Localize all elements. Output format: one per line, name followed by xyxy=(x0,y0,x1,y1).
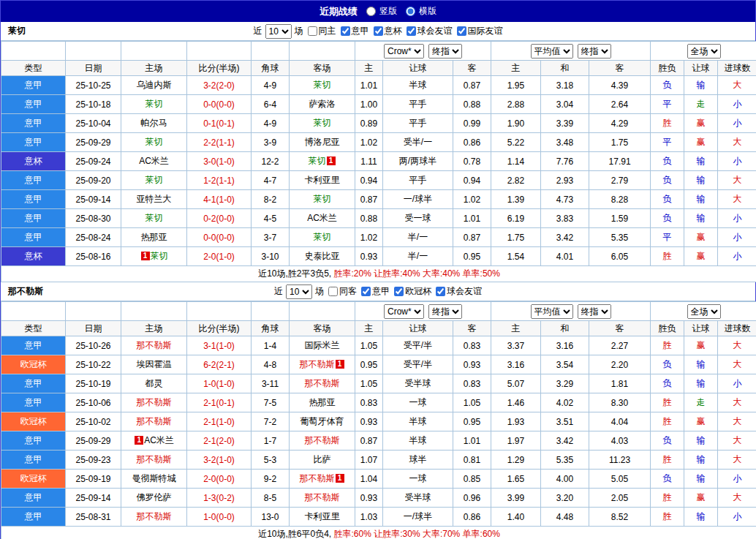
filter-checkbox-意甲[interactable]: 意甲 xyxy=(341,25,369,37)
final-odds-select[interactable]: 终指 xyxy=(578,44,611,59)
team-label: 葡萄牙体育 xyxy=(300,416,344,426)
col-goals: 进球数 xyxy=(718,321,756,336)
home-team-cell: 都灵 xyxy=(121,374,187,393)
checkbox-意甲[interactable] xyxy=(361,287,371,296)
filter-checkbox-球会友谊[interactable]: 球会友谊 xyxy=(407,25,453,37)
avg-draw-cell: 4.48 xyxy=(541,508,589,527)
col-home: 主场 xyxy=(121,321,187,336)
team-label: 博洛尼亚 xyxy=(305,137,340,147)
away-team-cell: 比萨 xyxy=(290,451,355,470)
layout-radio-vertical[interactable]: 竖版 xyxy=(366,5,397,18)
results-table: Crow*终指平均值终指全场类型日期主场比分(半场)角球客场主让球客主和客胜负让… xyxy=(1,301,756,539)
result-cell: 负 xyxy=(651,76,684,95)
page-title: 近期战绩 xyxy=(320,5,358,18)
date-cell: 25-10-18 xyxy=(66,95,121,114)
handicap-line-cell: 受平/半 xyxy=(383,336,453,355)
handicap-result-cell: 赢 xyxy=(684,489,718,508)
col-odds-home: 主 xyxy=(355,61,383,76)
avg-home-cell: 1.39 xyxy=(491,190,541,209)
avg-draw-cell: 3.42 xyxy=(541,228,589,247)
away-odds-cell: 0.86 xyxy=(453,508,491,527)
checkbox-欧冠杯[interactable] xyxy=(394,287,404,296)
filter-checkbox-意甲[interactable]: 意甲 xyxy=(361,285,390,298)
odds-group-header: 平均值终指 xyxy=(491,42,651,61)
vertical-layout-radio[interactable] xyxy=(366,7,376,16)
checkbox-意杯[interactable] xyxy=(374,26,383,36)
blank-header xyxy=(66,302,121,321)
handicap-line-cell: 受半球 xyxy=(383,489,453,508)
avg-home-cell: 1.40 xyxy=(491,508,541,527)
col-away: 客场 xyxy=(290,321,355,336)
bookmaker-select[interactable]: Crow* xyxy=(384,304,424,319)
date-cell: 25-10-22 xyxy=(66,355,121,374)
blank-header xyxy=(290,42,355,61)
away-team-cell: 那不勒斯1 xyxy=(290,470,355,489)
final-odds-select[interactable]: 终指 xyxy=(428,44,462,59)
avg-away-cell: 2.27 xyxy=(589,336,651,355)
col-odds-line: 让球 xyxy=(383,321,453,336)
handicap-result-cell: 输 xyxy=(684,374,718,393)
away-odds-cell: 0.87 xyxy=(453,76,491,95)
avg-away-cell: 6.05 xyxy=(589,247,651,266)
checkbox-同主[interactable] xyxy=(308,26,317,36)
col-away: 客场 xyxy=(290,61,355,76)
checkbox-同客[interactable] xyxy=(328,287,338,296)
match-count-select[interactable]: 10 xyxy=(286,284,312,299)
average-select[interactable]: 平均值 xyxy=(531,44,573,59)
avg-away-cell: 1.75 xyxy=(589,133,651,152)
avg-home-cell: 1.97 xyxy=(491,431,541,451)
corners-cell: 4-9 xyxy=(252,76,290,95)
goals-result-cell: 大 xyxy=(718,355,756,374)
checkbox-label: 球会友谊 xyxy=(447,285,482,298)
col-corners: 角球 xyxy=(252,61,290,76)
checkbox-国际友谊[interactable] xyxy=(457,26,466,36)
avg-home-cell: 1.90 xyxy=(491,114,541,133)
league-cell: 意甲 xyxy=(1,374,66,393)
team-label: 莱切 xyxy=(314,232,331,242)
full-match-select[interactable]: 全场 xyxy=(687,304,721,319)
odds-group-header: 全场 xyxy=(651,302,756,321)
handicap-result-cell: 赢 xyxy=(684,114,718,133)
full-match-select[interactable]: 全场 xyxy=(687,44,721,59)
col-avg-draw: 和 xyxy=(541,61,589,76)
filter-checkbox-球会友谊[interactable]: 球会友谊 xyxy=(436,285,482,298)
handicap-result-cell: 走 xyxy=(684,95,718,114)
date-cell: 25-10-19 xyxy=(66,374,121,393)
checkbox-球会友谊[interactable] xyxy=(436,287,445,296)
corners-cell: 4-7 xyxy=(252,171,290,190)
home-odds-cell: 1.02 xyxy=(355,133,383,152)
avg-away-cell: 5.35 xyxy=(589,228,651,247)
home-team-cell: 那不勒斯 xyxy=(121,393,187,412)
summary-cell: 近10场,胜6平0负4, 胜率:60% 让胜率:30% 大率:70% 单率:60… xyxy=(1,527,756,539)
final-odds-select[interactable]: 终指 xyxy=(578,304,611,319)
avg-away-cell: 1.59 xyxy=(589,209,651,228)
filter-checkbox-国际友谊[interactable]: 国际友谊 xyxy=(457,25,503,37)
blank-header xyxy=(252,42,290,61)
layout-radio-horizontal[interactable]: 横版 xyxy=(406,5,436,18)
bookmaker-select[interactable]: Crow* xyxy=(384,44,424,59)
col-avg-home: 主 xyxy=(491,321,541,336)
team-section-bar: 莱切近10场同主意甲意杯球会友谊国际友谊 xyxy=(1,22,755,41)
filter-checkbox-同主[interactable]: 同主 xyxy=(308,25,336,37)
filter-checkbox-欧冠杯[interactable]: 欧冠杯 xyxy=(394,285,431,298)
handicap-line-cell: 一/球半 xyxy=(383,190,453,209)
checkbox-球会友谊[interactable] xyxy=(407,26,416,36)
blank-header xyxy=(1,302,66,321)
match-count-select[interactable]: 10 xyxy=(265,24,292,39)
match-row: 意甲25-09-20莱切1-2(1-1)4-7卡利亚里0.94平手0.942.8… xyxy=(1,171,756,190)
horizontal-layout-radio[interactable] xyxy=(406,7,415,16)
filter-checkbox-同客[interactable]: 同客 xyxy=(328,285,357,298)
goals-result-cell: 大 xyxy=(718,431,756,451)
away-team-cell: 莱切 xyxy=(290,76,355,95)
average-select[interactable]: 平均值 xyxy=(531,304,573,319)
final-odds-select[interactable]: 终指 xyxy=(428,304,462,319)
date-cell: 25-09-29 xyxy=(66,431,121,451)
score-cell: 4-1(1-0) xyxy=(187,190,252,209)
horizontal-layout-label: 横版 xyxy=(419,5,436,18)
checkbox-意甲[interactable] xyxy=(341,26,350,36)
red-card-badge: 1 xyxy=(327,157,336,165)
home-team-cell: 那不勒斯 xyxy=(121,451,187,470)
filter-checkbox-意杯[interactable]: 意杯 xyxy=(374,25,402,37)
avg-away-cell: 8.52 xyxy=(589,508,651,527)
home-odds-cell: 0.94 xyxy=(355,171,383,190)
